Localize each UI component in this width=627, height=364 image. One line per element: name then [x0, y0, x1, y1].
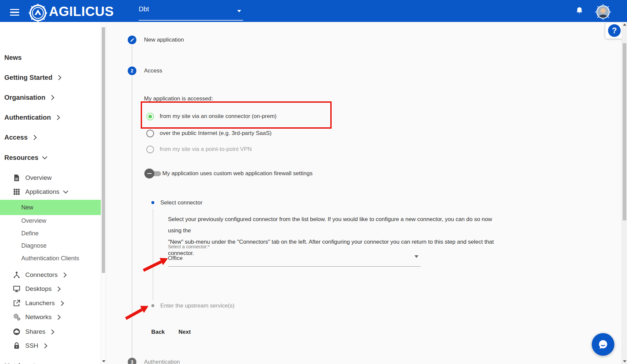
- topbar: AGILICUS Dbt: [0, 0, 627, 22]
- access-question: My application is accessed:: [144, 93, 213, 104]
- help-button[interactable]: ?: [608, 24, 621, 37]
- sidebar-scrollbar-thumb[interactable]: [102, 27, 105, 273]
- scroll-down-arrow-icon[interactable]: [623, 360, 626, 362]
- step-connector-line: [132, 46, 132, 65]
- step-2-label[interactable]: Access: [144, 65, 162, 76]
- waf-toggle-label: My application uses custom web applicati…: [162, 168, 313, 179]
- chat-bubble-icon: [597, 338, 609, 350]
- chat-button[interactable]: [592, 333, 614, 356]
- external-link-icon: [13, 299, 21, 307]
- sidebar-scrollbar[interactable]: [101, 22, 106, 364]
- sidebar-item-metrics[interactable]: Metrics: [4, 360, 36, 364]
- lock-icon: [13, 342, 21, 350]
- radio-option-public-internet[interactable]: over the public Internet (e.g. 3rd-party…: [146, 129, 271, 137]
- substep-bullet-active: [151, 201, 154, 204]
- back-button[interactable]: Back: [146, 326, 170, 338]
- page-scrollbar[interactable]: [622, 22, 627, 364]
- sidebar-item-resources-overview[interactable]: Overview: [13, 172, 52, 183]
- substep-bullet-pending: [151, 304, 154, 307]
- org-selector[interactable]: Dbt: [139, 5, 149, 13]
- sidebar-item-launchers[interactable]: Launchers: [13, 298, 63, 309]
- radio-disabled-icon: [146, 146, 154, 153]
- select-dropdown-arrow-icon[interactable]: [414, 255, 418, 258]
- sidebar-item-getting-started[interactable]: Getting Started: [4, 72, 61, 83]
- chevron-right-icon: [56, 286, 61, 292]
- chevron-right-icon: [32, 135, 37, 140]
- sidebar-active-highlight: [0, 200, 101, 215]
- org-selector-underline: [139, 20, 243, 21]
- sidebar-item-ssh[interactable]: SSH: [13, 340, 47, 351]
- chevron-right-icon: [49, 329, 55, 334]
- sidebar-item-organisation[interactable]: Organisation: [4, 92, 54, 103]
- sidebar-item-desktops[interactable]: Desktops: [13, 283, 60, 295]
- next-button[interactable]: Next: [173, 326, 196, 338]
- page-scrollbar-thumb[interactable]: [623, 43, 626, 220]
- step-1-circle[interactable]: [128, 36, 136, 44]
- hub-icon: [13, 271, 21, 279]
- document-icon: [13, 174, 21, 182]
- radio-option-onsite-connector[interactable]: from my site via an onsite connector (on…: [146, 112, 276, 120]
- chevron-right-icon: [56, 314, 61, 320]
- sidebar-item-applications-diagnose[interactable]: Diagnose: [21, 240, 47, 251]
- sidebar-item-access[interactable]: Access: [4, 132, 36, 143]
- chevron-down-icon: [42, 154, 48, 160]
- scroll-up-arrow-icon[interactable]: [623, 24, 626, 26]
- sidebar-item-news[interactable]: News: [4, 52, 22, 63]
- step-3-label[interactable]: Authentication: [144, 356, 180, 364]
- sidebar-item-shares[interactable]: Shares: [13, 326, 54, 337]
- chevron-right-icon: [56, 75, 62, 80]
- help-card: ?: [605, 23, 623, 39]
- substep-connector-line: [153, 209, 153, 301]
- chevron-right-icon: [42, 343, 48, 348]
- substep-select-connector-label: Select connector: [160, 197, 203, 208]
- annotation-arrow-connector: [142, 255, 170, 274]
- scroll-down-arrow-icon[interactable]: [102, 360, 105, 362]
- chevron-right-icon: [55, 115, 60, 120]
- agilicus-logo-icon: [29, 4, 47, 22]
- sidebar-item-applications-new[interactable]: New: [21, 202, 33, 213]
- menu-icon[interactable]: [10, 9, 19, 16]
- chevron-down-icon: [63, 188, 69, 194]
- connector-select-value: Office: [168, 253, 183, 264]
- radio-option-point-to-point-vpn[interactable]: from my site via a point-to-point VPN: [146, 145, 252, 153]
- radio-unselected-icon: [146, 130, 154, 137]
- sidebar-item-applications-define[interactable]: Define: [21, 228, 39, 239]
- pencil-icon: [130, 38, 135, 43]
- chevron-right-icon: [59, 301, 64, 306]
- sidebar: News Getting Started Organisation Authen…: [0, 22, 101, 364]
- apps-grid-icon: [13, 188, 21, 196]
- sidebar-item-applications[interactable]: Applications: [13, 186, 68, 197]
- toggle-knob-minus-icon: [144, 169, 154, 179]
- avatar[interactable]: [595, 4, 611, 20]
- sidebar-item-authentication-clients[interactable]: Authentication Clients: [21, 253, 79, 264]
- brand-name: AGILICUS: [49, 4, 114, 19]
- connector-select[interactable]: [168, 251, 421, 268]
- radio-selected-icon: [146, 113, 154, 120]
- desktop-icon: [13, 285, 21, 293]
- step-1-label[interactable]: New application: [144, 34, 184, 46]
- substep-upstream-label: Enter the upstream service(s): [160, 300, 235, 311]
- annotation-arrow-upstream: [124, 303, 150, 322]
- sidebar-item-applications-overview[interactable]: Overview: [21, 215, 46, 226]
- step-connector-line: [132, 77, 132, 357]
- connector-field-label: Select a connector:*: [168, 244, 210, 249]
- app-window: AGILICUS Dbt ?: [0, 0, 627, 364]
- sidebar-item-networks[interactable]: Networks: [13, 311, 60, 323]
- notifications-bell-icon[interactable]: [575, 6, 584, 15]
- cloud-icon: [13, 328, 21, 336]
- step-3-circle[interactable]: 3: [128, 358, 136, 364]
- sidebar-item-resources[interactable]: Resources: [4, 152, 47, 163]
- chevron-right-icon: [62, 272, 67, 278]
- step-2-circle[interactable]: 2: [128, 66, 136, 75]
- gears-icon: [13, 313, 21, 321]
- chevron-down-icon: [237, 10, 241, 12]
- sidebar-item-authentication[interactable]: Authentication: [4, 112, 59, 123]
- chevron-right-icon: [49, 95, 55, 100]
- sidebar-item-connectors[interactable]: Connectors: [13, 269, 66, 281]
- waf-toggle[interactable]: [144, 169, 161, 179]
- connector-select-underline: [168, 266, 421, 267]
